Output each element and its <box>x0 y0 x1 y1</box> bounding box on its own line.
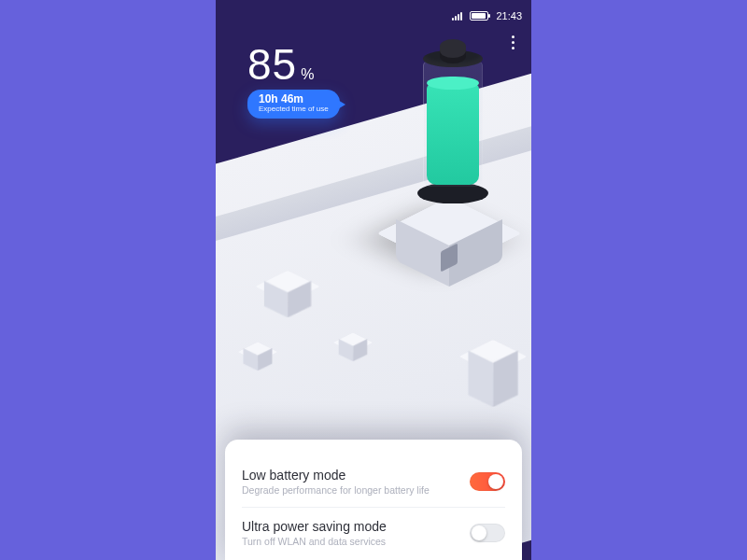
status-time: 21:43 <box>496 10 522 21</box>
low-battery-mode-row: Low battery mode Degrade performance for… <box>242 456 505 507</box>
battery-cylinder-icon <box>423 54 483 203</box>
low-battery-mode-toggle[interactable] <box>470 472 505 491</box>
percent-symbol: % <box>301 66 314 83</box>
building-icon <box>265 264 311 310</box>
building-icon <box>339 329 367 357</box>
battery-percentage: 85 % <box>247 39 314 90</box>
power-modes-card: Low battery mode Degrade performance for… <box>225 440 522 560</box>
overflow-menu-button[interactable] <box>506 30 520 55</box>
ultra-power-saving-toggle[interactable] <box>470 524 505 542</box>
battery-manager-screen: 21:43 85 % 10h 46m Expected time of use … <box>216 0 531 560</box>
battery-percentage-value: 85 <box>247 39 297 90</box>
ultra-power-saving-row: Ultra power saving mode Turn off WLAN an… <box>242 507 505 558</box>
setting-subtitle: Degrade performance for longer battery l… <box>242 484 430 496</box>
status-bar: 21:43 <box>216 7 531 24</box>
setting-title: Ultra power saving mode <box>242 519 387 534</box>
building-icon <box>244 338 272 366</box>
building-icon <box>469 332 516 380</box>
battery-status-icon <box>470 11 488 21</box>
setting-title: Low battery mode <box>242 468 430 483</box>
setting-subtitle: Turn off WLAN and data services <box>242 536 387 547</box>
signal-icon <box>452 11 462 21</box>
expected-time-label: Expected time of use <box>259 105 329 114</box>
expected-time-bubble: 10h 46m Expected time of use <box>247 90 340 119</box>
